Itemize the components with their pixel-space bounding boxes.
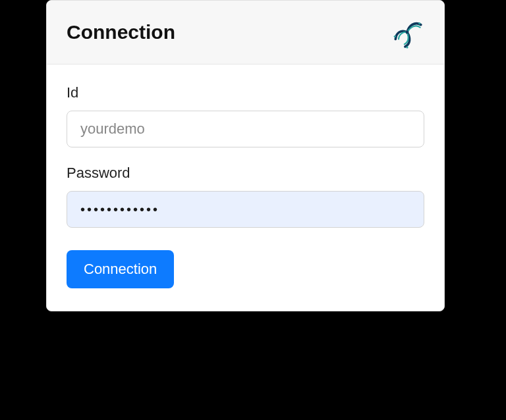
svg-point-3	[406, 31, 409, 34]
id-label: Id	[67, 84, 424, 101]
id-input[interactable]	[67, 111, 424, 147]
connection-card: Connection	[46, 0, 445, 311]
svg-point-1	[394, 36, 396, 38]
password-field-group: Password	[67, 165, 424, 228]
connection-button[interactable]: Connection	[67, 250, 174, 288]
password-label: Password	[67, 165, 424, 182]
card-title: Connection	[67, 21, 175, 43]
turbine-logo-icon	[390, 15, 424, 49]
password-input[interactable]	[67, 191, 424, 228]
svg-point-2	[406, 46, 408, 48]
id-field-group: Id	[67, 84, 424, 147]
svg-point-0	[418, 22, 420, 24]
card-body: Id Password Connection	[47, 65, 444, 311]
card-header: Connection	[47, 1, 444, 65]
